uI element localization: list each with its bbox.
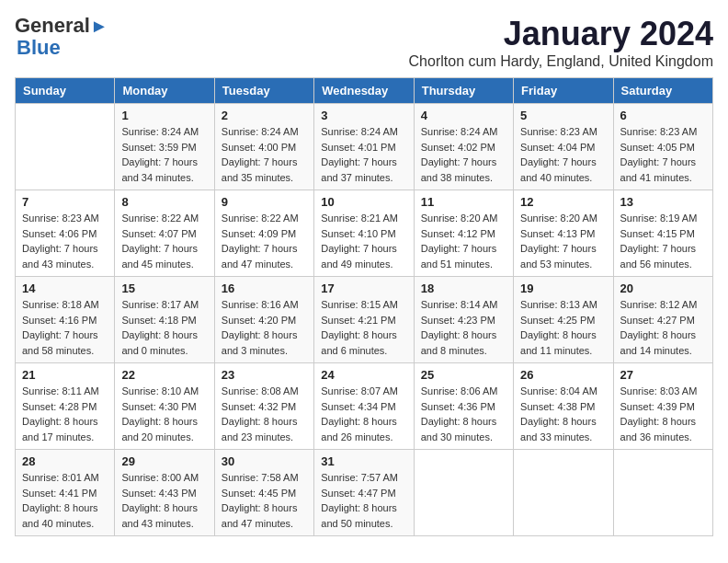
day-number: 2 xyxy=(222,109,307,122)
calendar-cell: 28Sunrise: 8:01 AMSunset: 4:41 PMDayligh… xyxy=(16,450,115,536)
calendar-cell: 13Sunrise: 8:19 AMSunset: 4:15 PMDayligh… xyxy=(613,190,712,277)
day-number: 19 xyxy=(520,282,606,295)
day-info: Sunrise: 8:18 AMSunset: 4:16 PMDaylight:… xyxy=(22,297,108,358)
day-number: 9 xyxy=(222,195,307,209)
calendar-cell: 7Sunrise: 8:23 AMSunset: 4:06 PMDaylight… xyxy=(16,190,115,277)
day-number: 26 xyxy=(520,368,606,382)
calendar-cell: 14Sunrise: 8:18 AMSunset: 4:16 PMDayligh… xyxy=(16,277,115,363)
day-number: 14 xyxy=(22,282,108,295)
day-info: Sunrise: 8:06 AMSunset: 4:36 PMDaylight:… xyxy=(421,384,506,444)
day-info: Sunrise: 8:23 AMSunset: 4:04 PMDaylight:… xyxy=(520,124,606,185)
day-info: Sunrise: 8:07 AMSunset: 4:34 PMDaylight:… xyxy=(321,384,406,444)
logo: General► Blue xyxy=(15,15,108,59)
day-info: Sunrise: 8:24 AMSunset: 4:01 PMDaylight:… xyxy=(321,124,406,185)
day-number: 15 xyxy=(121,282,207,295)
day-info: Sunrise: 8:14 AMSunset: 4:23 PMDaylight:… xyxy=(421,297,506,358)
day-info: Sunrise: 8:10 AMSunset: 4:30 PMDaylight:… xyxy=(121,384,207,444)
day-info: Sunrise: 7:57 AMSunset: 4:47 PMDaylight:… xyxy=(321,470,406,531)
day-info: Sunrise: 8:16 AMSunset: 4:20 PMDaylight:… xyxy=(222,297,307,358)
day-number: 31 xyxy=(321,454,406,468)
calendar-cell: 17Sunrise: 8:15 AMSunset: 4:21 PMDayligh… xyxy=(314,277,414,363)
calendar-cell: 3Sunrise: 8:24 AMSunset: 4:01 PMDaylight… xyxy=(314,104,414,190)
day-info: Sunrise: 8:24 AMSunset: 4:02 PMDaylight:… xyxy=(421,124,506,185)
day-info: Sunrise: 8:22 AMSunset: 4:09 PMDaylight:… xyxy=(222,211,307,271)
day-number: 4 xyxy=(421,109,506,122)
calendar-week-row: 7Sunrise: 8:23 AMSunset: 4:06 PMDaylight… xyxy=(16,190,713,277)
calendar-cell: 12Sunrise: 8:20 AMSunset: 4:13 PMDayligh… xyxy=(514,190,613,277)
header-day-saturday: Saturday xyxy=(613,78,712,104)
calendar-cell: 29Sunrise: 8:00 AMSunset: 4:43 PMDayligh… xyxy=(115,450,214,536)
calendar-cell xyxy=(16,104,115,190)
title-block: January 2024 Chorlton cum Hardy, England… xyxy=(409,15,713,70)
day-number: 8 xyxy=(121,195,207,209)
calendar-cell: 21Sunrise: 8:11 AMSunset: 4:28 PMDayligh… xyxy=(16,363,115,450)
calendar-cell xyxy=(514,450,613,536)
calendar-cell: 1Sunrise: 8:24 AMSunset: 3:59 PMDaylight… xyxy=(115,104,214,190)
calendar-cell: 18Sunrise: 8:14 AMSunset: 4:23 PMDayligh… xyxy=(414,277,513,363)
calendar-cell xyxy=(613,450,712,536)
logo-blue: Blue xyxy=(17,37,61,59)
day-info: Sunrise: 7:58 AMSunset: 4:45 PMDaylight:… xyxy=(222,470,307,531)
calendar-cell: 19Sunrise: 8:13 AMSunset: 4:25 PMDayligh… xyxy=(514,277,613,363)
calendar-cell: 22Sunrise: 8:10 AMSunset: 4:30 PMDayligh… xyxy=(115,363,214,450)
day-info: Sunrise: 8:04 AMSunset: 4:38 PMDaylight:… xyxy=(520,384,606,444)
day-info: Sunrise: 8:15 AMSunset: 4:21 PMDaylight:… xyxy=(321,297,406,358)
day-info: Sunrise: 8:21 AMSunset: 4:10 PMDaylight:… xyxy=(321,211,406,271)
day-number: 1 xyxy=(121,109,207,122)
day-number: 25 xyxy=(421,368,506,382)
day-number: 24 xyxy=(321,368,406,382)
calendar-subtitle: Chorlton cum Hardy, England, United King… xyxy=(409,53,713,70)
day-info: Sunrise: 8:13 AMSunset: 4:25 PMDaylight:… xyxy=(520,297,606,358)
day-info: Sunrise: 8:19 AMSunset: 4:15 PMDaylight:… xyxy=(620,211,706,271)
calendar-cell: 8Sunrise: 8:22 AMSunset: 4:07 PMDaylight… xyxy=(115,190,214,277)
day-info: Sunrise: 8:20 AMSunset: 4:12 PMDaylight:… xyxy=(421,211,506,271)
calendar-cell: 25Sunrise: 8:06 AMSunset: 4:36 PMDayligh… xyxy=(414,363,513,450)
calendar-week-row: 28Sunrise: 8:01 AMSunset: 4:41 PMDayligh… xyxy=(16,450,713,536)
day-info: Sunrise: 8:24 AMSunset: 3:59 PMDaylight:… xyxy=(121,124,207,185)
calendar-cell: 16Sunrise: 8:16 AMSunset: 4:20 PMDayligh… xyxy=(214,277,313,363)
day-number: 11 xyxy=(421,195,506,209)
calendar-header: SundayMondayTuesdayWednesdayThursdayFrid… xyxy=(16,78,713,104)
calendar-table: SundayMondayTuesdayWednesdayThursdayFrid… xyxy=(15,77,713,536)
calendar-title: January 2024 xyxy=(409,15,713,53)
day-number: 5 xyxy=(520,109,606,122)
calendar-cell: 6Sunrise: 8:23 AMSunset: 4:05 PMDaylight… xyxy=(613,104,712,190)
calendar-cell: 24Sunrise: 8:07 AMSunset: 4:34 PMDayligh… xyxy=(314,363,414,450)
calendar-cell: 11Sunrise: 8:20 AMSunset: 4:12 PMDayligh… xyxy=(414,190,513,277)
day-number: 10 xyxy=(321,195,406,209)
day-number: 12 xyxy=(520,195,606,209)
day-number: 20 xyxy=(620,282,706,295)
day-number: 27 xyxy=(620,368,706,382)
calendar-cell: 2Sunrise: 8:24 AMSunset: 4:00 PMDaylight… xyxy=(214,104,313,190)
day-info: Sunrise: 8:20 AMSunset: 4:13 PMDaylight:… xyxy=(520,211,606,271)
header-day-thursday: Thursday xyxy=(414,78,513,104)
header-day-monday: Monday xyxy=(115,78,214,104)
day-number: 18 xyxy=(421,282,506,295)
day-info: Sunrise: 8:24 AMSunset: 4:00 PMDaylight:… xyxy=(222,124,307,185)
calendar-cell: 5Sunrise: 8:23 AMSunset: 4:04 PMDaylight… xyxy=(514,104,613,190)
day-info: Sunrise: 8:22 AMSunset: 4:07 PMDaylight:… xyxy=(121,211,207,271)
day-number: 28 xyxy=(22,454,108,468)
day-info: Sunrise: 8:11 AMSunset: 4:28 PMDaylight:… xyxy=(22,384,108,444)
calendar-cell: 20Sunrise: 8:12 AMSunset: 4:27 PMDayligh… xyxy=(613,277,712,363)
day-info: Sunrise: 8:01 AMSunset: 4:41 PMDaylight:… xyxy=(22,470,108,531)
header-day-sunday: Sunday xyxy=(16,78,115,104)
day-info: Sunrise: 8:12 AMSunset: 4:27 PMDaylight:… xyxy=(620,297,706,358)
page-header: General► Blue January 2024 Chorlton cum … xyxy=(15,15,713,70)
calendar-body: 1Sunrise: 8:24 AMSunset: 3:59 PMDaylight… xyxy=(16,104,713,536)
header-day-friday: Friday xyxy=(514,78,613,104)
logo-bird-icon: ► xyxy=(90,16,108,36)
calendar-cell: 31Sunrise: 7:57 AMSunset: 4:47 PMDayligh… xyxy=(314,450,414,536)
header-day-wednesday: Wednesday xyxy=(314,78,414,104)
day-number: 17 xyxy=(321,282,406,295)
calendar-cell: 4Sunrise: 8:24 AMSunset: 4:02 PMDaylight… xyxy=(414,104,513,190)
day-number: 30 xyxy=(222,454,307,468)
day-info: Sunrise: 8:17 AMSunset: 4:18 PMDaylight:… xyxy=(121,297,207,358)
day-info: Sunrise: 8:03 AMSunset: 4:39 PMDaylight:… xyxy=(620,384,706,444)
day-info: Sunrise: 8:23 AMSunset: 4:05 PMDaylight:… xyxy=(620,124,706,185)
header-day-tuesday: Tuesday xyxy=(214,78,313,104)
day-number: 13 xyxy=(620,195,706,209)
calendar-week-row: 21Sunrise: 8:11 AMSunset: 4:28 PMDayligh… xyxy=(16,363,713,450)
calendar-cell: 23Sunrise: 8:08 AMSunset: 4:32 PMDayligh… xyxy=(214,363,313,450)
calendar-cell: 10Sunrise: 8:21 AMSunset: 4:10 PMDayligh… xyxy=(314,190,414,277)
